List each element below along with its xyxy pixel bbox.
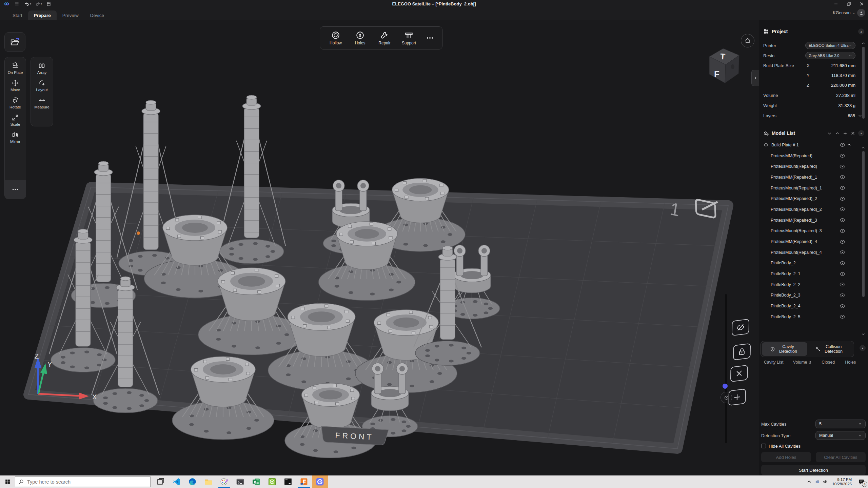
- tool-scale[interactable]: Scale: [6, 114, 24, 127]
- redo-dropdown-caret[interactable]: ▾: [41, 2, 43, 5]
- visibility-eye-icon[interactable]: [840, 228, 845, 234]
- model-list-scroll-up[interactable]: [861, 146, 865, 150]
- visibility-eye-icon[interactable]: [840, 153, 845, 159]
- tool-support[interactable]: Support: [398, 31, 420, 45]
- reset-rotation-button[interactable]: [721, 392, 732, 403]
- panel-expander-tab[interactable]: [751, 70, 759, 86]
- visibility-eye-icon[interactable]: [840, 196, 845, 202]
- save-button[interactable]: [43, 0, 54, 7]
- remove-model-list-button[interactable]: [850, 131, 855, 136]
- taskbar-search[interactable]: [15, 476, 151, 487]
- mesh-toolbar-more-button[interactable]: [422, 34, 437, 42]
- column-holes[interactable]: Holes: [840, 360, 861, 365]
- tool-holes[interactable]: Holes: [349, 31, 371, 45]
- model-list-item[interactable]: ProteusMM(Repaired): [763, 150, 868, 161]
- taskbar-clock[interactable]: 9:17 PM 10/28/2025: [832, 477, 852, 486]
- taskbar-app-command-prompt[interactable]: [280, 475, 296, 488]
- action-center-button[interactable]: 4: [854, 475, 868, 488]
- add-model-list-button[interactable]: [843, 131, 848, 136]
- model-list-item[interactable]: ProteusMount(Repaired): [763, 161, 868, 172]
- clipping-slider-handle[interactable]: [723, 384, 728, 389]
- collapse-all-button[interactable]: [835, 131, 840, 136]
- lock-model-button[interactable]: [733, 343, 751, 361]
- collapse-chevron[interactable]: [845, 143, 853, 147]
- tab-device[interactable]: Device: [84, 11, 110, 20]
- tab-collision-detection[interactable]: Collision Detection: [807, 342, 853, 356]
- view-cube[interactable]: T F: [704, 46, 744, 88]
- model-list-item[interactable]: ProteusMount(Repaired)_3: [763, 226, 868, 237]
- project-collapse-button[interactable]: ▲: [858, 28, 864, 35]
- tab-preview[interactable]: Preview: [57, 11, 84, 20]
- taskbar-app-excel[interactable]: [248, 475, 264, 488]
- printer-select[interactable]: ELEGOO Saturn 4 Ultra ..: [805, 42, 855, 49]
- onedrive-icon[interactable]: [813, 475, 821, 488]
- tab-cavity-detection[interactable]: Cavity Detection: [762, 342, 807, 356]
- taskbar-app-fusion[interactable]: [296, 475, 312, 488]
- tab-prepare[interactable]: Prepare: [28, 11, 57, 20]
- visibility-eye-icon[interactable]: [840, 292, 845, 298]
- resin-select[interactable]: Grey ABS-Like 2.0: [805, 52, 855, 59]
- visibility-eye-icon[interactable]: [840, 282, 845, 287]
- hide-all-cavities-checkbox[interactable]: [761, 444, 766, 448]
- tool-on-plate[interactable]: On Plate: [6, 62, 24, 75]
- visibility-eye-icon[interactable]: [840, 206, 845, 212]
- model-list-item[interactable]: ProteusMM(Repaired)_4: [763, 236, 868, 247]
- tool-move[interactable]: Move: [6, 79, 24, 92]
- visibility-eye-icon[interactable]: [840, 260, 845, 266]
- detection-collapse-button[interactable]: ▲: [860, 345, 866, 351]
- model-list-item[interactable]: ProteusMM(Repaired)_3: [763, 215, 868, 226]
- model-list-root-row[interactable]: Build Plate # 1: [763, 140, 868, 150]
- tool-layout[interactable]: Layout: [36, 79, 48, 92]
- visibility-eye-icon[interactable]: [840, 314, 845, 320]
- layers-expand-chevron[interactable]: [858, 114, 862, 118]
- visibility-eye-icon[interactable]: [840, 174, 845, 180]
- viewport-3d[interactable]: 1FRONTXYZ HollowHolesRepairSupport On Pl…: [0, 20, 759, 475]
- minimize-button[interactable]: [829, 0, 842, 7]
- model-list-item[interactable]: ProteusMM(Repaired)_1: [763, 172, 868, 183]
- model-list-collapse-button[interactable]: ▲: [858, 130, 864, 136]
- detection-type-select[interactable]: Manual: [815, 431, 866, 440]
- visibility-eye-icon[interactable]: [840, 142, 845, 148]
- start-button[interactable]: [0, 475, 15, 488]
- clipping-slider-track[interactable]: [725, 294, 727, 443]
- visibility-eye-icon[interactable]: [840, 239, 845, 245]
- model-list-item[interactable]: PintleBody_2_5: [763, 311, 868, 322]
- panel-scroll-up[interactable]: [861, 41, 865, 45]
- taskbar-app-task-view[interactable]: [153, 475, 169, 488]
- close-button[interactable]: [855, 0, 868, 7]
- visibility-eye-icon[interactable]: [840, 217, 845, 223]
- model-list-scrollbar[interactable]: [862, 151, 865, 297]
- search-input[interactable]: [27, 479, 129, 485]
- visibility-eye-icon[interactable]: [840, 249, 845, 255]
- hide-model-button[interactable]: [732, 319, 749, 336]
- home-view-button[interactable]: [741, 34, 754, 47]
- clear-all-cavities-button[interactable]: Clear All Cavities: [816, 452, 866, 462]
- visibility-eye-icon[interactable]: [840, 303, 845, 309]
- tool-mirror[interactable]: Mirror: [6, 131, 24, 144]
- model-list-item[interactable]: PintleBody_2_2: [763, 279, 868, 290]
- column-closed[interactable]: Closed: [816, 360, 840, 365]
- model-list-item[interactable]: ProteusMount(Repaired)_2: [763, 204, 868, 215]
- taskbar-app-paint[interactable]: [216, 475, 232, 488]
- taskbar-app-terminal[interactable]: [232, 475, 248, 488]
- user-account[interactable]: KGenson ⌄: [833, 9, 865, 17]
- add-holes-button[interactable]: Add Holes: [761, 452, 811, 462]
- model-list-item[interactable]: PintleBody_2_3: [763, 290, 868, 301]
- visibility-eye-icon[interactable]: [840, 271, 845, 277]
- tool-rotate[interactable]: Rotate: [6, 97, 24, 109]
- visibility-eye-icon[interactable]: [840, 164, 845, 169]
- delete-model-button[interactable]: [730, 365, 748, 382]
- taskbar-app-elegoo-satellite[interactable]: [312, 475, 328, 488]
- expand-all-button[interactable]: [827, 131, 832, 136]
- avatar[interactable]: [857, 9, 865, 17]
- taskbar-app-file-explorer[interactable]: [200, 475, 216, 488]
- restore-button[interactable]: [842, 0, 855, 7]
- open-file-button[interactable]: [4, 32, 25, 52]
- undo-dropdown-caret[interactable]: ▾: [30, 2, 33, 5]
- start-detection-button[interactable]: Start Detection: [761, 465, 866, 475]
- volume-icon[interactable]: [821, 475, 829, 488]
- project-scrollbar[interactable]: [862, 47, 865, 119]
- more-tools-button[interactable]: [5, 180, 26, 199]
- taskbar-app-green-utility[interactable]: [264, 475, 280, 488]
- column-cavity-list[interactable]: Cavity List: [759, 360, 788, 365]
